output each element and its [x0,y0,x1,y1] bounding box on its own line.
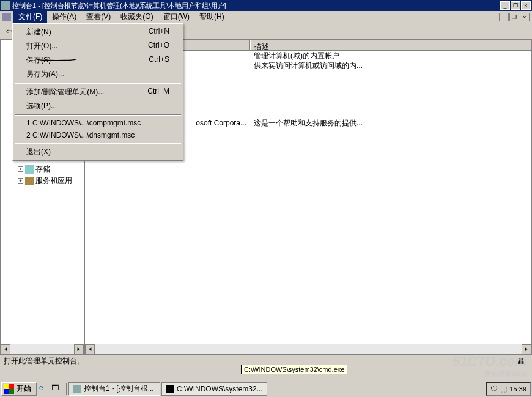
security-icon[interactable]: 🛡 [490,385,498,393]
status-text: 打开此管理单元控制台。 [4,356,84,366]
taskbar-task-console[interactable]: 控制台1 - [控制台根... [68,382,160,396]
window-title: 控制台1 - [控制台根节点\计算机管理(本地)\系统工具\本地用户和组\用户] [12,1,500,10]
quick-launch: e 🗔 [37,384,65,395]
titlebar: 控制台1 - [控制台根节点\计算机管理(本地)\系统工具\本地用户和组\用户]… [0,0,532,11]
mdi-minimize-button[interactable]: _ [499,13,509,21]
network-icon[interactable]: ⬚ [500,385,507,393]
close-button[interactable]: × [521,1,531,10]
menu-separator [15,143,181,144]
system-icon[interactable] [2,13,11,21]
list-cell-desc: 这是一个帮助和支持服务的提供... [250,118,366,128]
minimize-button[interactable]: _ [500,1,510,10]
tree-node-label: 存储 [35,164,50,174]
restore-button[interactable]: ❐ [511,1,520,10]
menu-action[interactable]: 操作(A) [47,10,81,23]
window-controls: _ ❐ × [500,1,531,10]
file-menu-dropdown: 新建(N) Ctrl+N 打开(O)... Ctrl+O 保存(S) Ctrl+… [12,23,183,161]
menu-window[interactable]: 窗口(W) [158,10,194,23]
scroll-right-icon[interactable]: ► [522,344,531,354]
folder-icon [25,165,34,174]
list-cell-desc: 供来宾访问计算机或访问域的内... [250,61,366,71]
clock[interactable]: 15:39 [509,385,526,393]
systray: 🛡 ⬚ 15:39 [486,382,531,396]
menu-recent-2[interactable]: 2 C:\WINDOWS\...\dnsmgmt.msc [14,129,182,141]
taskbar-task-cmd[interactable]: C:\WINDOWS\system32... [161,382,267,396]
mdi-restore-button[interactable]: ❐ [509,13,519,21]
ie-icon[interactable]: e [39,384,50,395]
scroll-track[interactable] [10,344,74,354]
menu-saveas[interactable]: 另存为(A)... [14,67,182,81]
taskbar: 开始 e 🗔 控制台1 - [控制台根... C:\WINDOWS\system… [0,380,532,397]
tooltip: C:\WINDOWS\system32\cmd.exe [241,365,347,374]
menu-recent-1[interactable]: 1 C:\WINDOWS\...\compmgmt.msc [14,117,182,129]
menu-file[interactable]: 文件(F) [13,10,47,23]
mdi-controls: _ ❐ × [499,13,530,21]
tree-scrollbar[interactable]: ◄ ► [1,344,84,354]
menu-view[interactable]: 查看(V) [81,10,116,23]
tree-node-storage[interactable]: + 存储 [2,163,83,175]
start-button[interactable]: 开始 [1,382,37,396]
scroll-right-icon[interactable]: ► [74,344,84,354]
expand-icon[interactable]: + [18,166,23,172]
menu-separator [15,83,181,84]
tree-node-services[interactable]: + 服务和应用 [2,175,83,187]
menu-exit[interactable]: 退出(X) [14,145,182,159]
gear-icon [25,177,34,185]
taskbar-separator [66,383,67,395]
scroll-left-icon[interactable]: ◄ [1,344,10,354]
list-scrollbar[interactable]: ◄ ► [85,344,531,354]
menu-open[interactable]: 打开(O)... Ctrl+O [14,39,182,53]
windows-flag-icon [4,384,14,394]
mdi-close-button[interactable]: × [520,13,530,21]
printer-icon[interactable]: 🖶 [517,357,528,366]
tree-node-label: 服务和应用 [35,176,72,186]
scroll-track[interactable] [95,344,522,354]
menu-add-snapin[interactable]: 添加/删除管理单元(M)... Ctrl+M [14,85,182,99]
menu-new[interactable]: 新建(N) Ctrl+N [14,25,182,39]
desktop-icon[interactable]: 🗔 [51,384,62,395]
cmd-icon [166,385,174,393]
mmc-icon [73,385,81,393]
app-icon [1,1,10,10]
expand-icon[interactable]: + [18,178,23,184]
scroll-left-icon[interactable]: ◄ [85,344,95,354]
list-cell-desc: 管理计算机(域)的内置帐户 [250,51,343,61]
menu-favorites[interactable]: 收藏夹(O) [116,10,158,23]
menu-options[interactable]: 选项(P)... [14,99,182,113]
menubar: 文件(F) 操作(A) 查看(V) 收藏夹(O) 窗口(W) 帮助(H) _ ❐… [0,11,532,23]
menu-help[interactable]: 帮助(H) [194,10,229,23]
annotation-underline [35,56,78,61]
list-col-desc[interactable]: 描述 [250,40,531,50]
menu-separator [15,114,181,116]
